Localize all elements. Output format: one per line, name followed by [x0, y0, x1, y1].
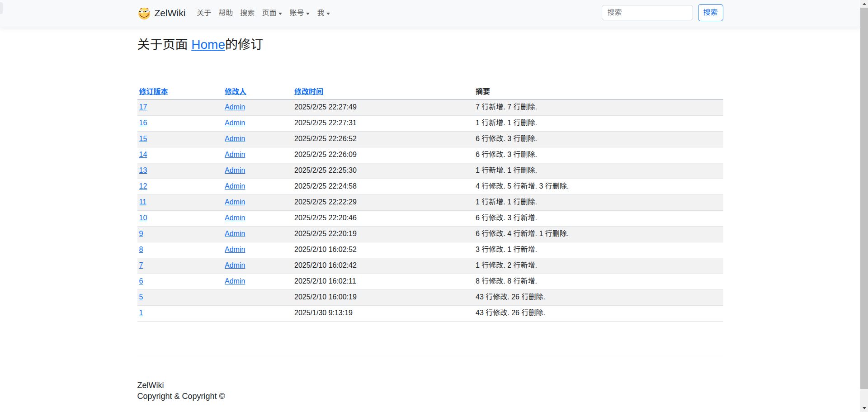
- table-head: 修订版本修改人修改时间摘要: [137, 84, 723, 99]
- revision-link[interactable]: 12: [139, 182, 147, 190]
- time-cell: 2025/2/25 22:20:19: [292, 227, 474, 242]
- time-cell: 2025/2/25 22:27:49: [292, 99, 474, 116]
- scrollbar-down-button[interactable]: [860, 404, 868, 412]
- revision-link[interactable]: 13: [139, 166, 147, 174]
- editor-cell: Admin: [223, 274, 292, 290]
- page: ZelWiki 关于帮助搜索页面账号我 搜索 关于页面 Home的修订 修订版本…: [0, 0, 860, 412]
- footer-divider: [137, 357, 723, 357]
- summary-cell: 6 行修改. 3 行删除.: [474, 147, 723, 163]
- revision-number-cell: 17: [137, 99, 223, 116]
- triangle-down-icon: [863, 407, 866, 409]
- column-header-sort-link[interactable]: 修改时间: [294, 88, 323, 95]
- summary-cell: 1 行新增. 1 行删除.: [474, 116, 723, 132]
- table-body: 17Admin2025/2/25 22:27:497 行新增. 7 行删除.16…: [137, 99, 723, 322]
- revision-link[interactable]: 10: [139, 214, 147, 222]
- time-cell: 2025/2/25 22:24:58: [292, 179, 474, 195]
- revision-link[interactable]: 14: [139, 151, 147, 158]
- footer-site-name: ZelWiki: [137, 380, 723, 391]
- huaji-emoji-logo-icon: [137, 6, 151, 20]
- scrollbar-thumb[interactable]: [860, 8, 868, 389]
- brand-link[interactable]: ZelWiki: [137, 6, 186, 20]
- revision-link[interactable]: 11: [139, 198, 147, 206]
- footer-copyright: Copyright & Copyright ©: [137, 391, 723, 402]
- footer: ZelWiki Copyright & Copyright ©: [0, 357, 860, 402]
- nav-item-1: 关于: [193, 8, 215, 19]
- column-header-1: 修订版本: [137, 84, 223, 99]
- editor-link[interactable]: Admin: [225, 277, 245, 285]
- revision-link[interactable]: 8: [139, 246, 143, 253]
- revision-row: 7Admin2025/2/10 16:02:421 行修改. 2 行新增.: [137, 258, 723, 274]
- nav-link-5[interactable]: 账号: [286, 8, 313, 19]
- editor-link[interactable]: Admin: [225, 151, 245, 158]
- time-cell: 2025/2/25 22:27:31: [292, 116, 474, 132]
- nav-item-4: 页面: [258, 8, 286, 19]
- nav-link-3[interactable]: 搜索: [236, 8, 258, 19]
- revision-link[interactable]: 17: [139, 103, 147, 111]
- editor-cell: Admin: [223, 179, 292, 195]
- editor-link[interactable]: Admin: [225, 135, 245, 142]
- column-header-sort-link[interactable]: 修订版本: [139, 88, 168, 95]
- left-edge-panel-tab[interactable]: [0, 2, 3, 14]
- column-header-2: 修改人: [223, 84, 292, 99]
- summary-cell: 1 行新增. 1 行删除.: [474, 195, 723, 211]
- search-input[interactable]: [602, 5, 693, 20]
- summary-cell: 8 行修改. 8 行新增.: [474, 274, 723, 290]
- editor-cell: Admin: [223, 227, 292, 242]
- editor-link[interactable]: Admin: [225, 166, 245, 174]
- revision-number-cell: 7: [137, 258, 223, 274]
- revision-row: 8Admin2025/2/10 16:02:523 行修改. 1 行新增.: [137, 242, 723, 258]
- revision-number-cell: 15: [137, 132, 223, 147]
- nav-link-2[interactable]: 帮助: [215, 8, 236, 19]
- time-cell: 2025/2/25 22:25:30: [292, 163, 474, 179]
- time-cell: 2025/2/10 16:02:52: [292, 242, 474, 258]
- revisions-table: 修订版本修改人修改时间摘要 17Admin2025/2/25 22:27:497…: [137, 84, 723, 322]
- revision-number-cell: 1: [137, 306, 223, 322]
- nav-link-4[interactable]: 页面: [258, 8, 286, 19]
- search-button[interactable]: 搜索: [698, 4, 723, 21]
- footer-text: ZelWiki Copyright & Copyright ©: [137, 380, 723, 402]
- page-title-prefix: 关于页面: [137, 38, 192, 52]
- revision-row: 12Admin2025/2/25 22:24:584 行修改. 5 行新增. 3…: [137, 179, 723, 195]
- revision-row: 15Admin2025/2/25 22:26:526 行修改. 3 行删除.: [137, 132, 723, 147]
- editor-cell: Admin: [223, 195, 292, 211]
- nav-link-6[interactable]: 我: [313, 8, 334, 19]
- editor-link[interactable]: Admin: [225, 182, 245, 190]
- revision-number-cell: 6: [137, 274, 223, 290]
- page-title-suffix: 的修订: [225, 38, 263, 52]
- revision-number-cell: 12: [137, 179, 223, 195]
- editor-link[interactable]: Admin: [225, 230, 245, 237]
- revision-link[interactable]: 16: [139, 119, 147, 127]
- revision-link[interactable]: 6: [139, 277, 143, 285]
- nav-link-1[interactable]: 关于: [193, 8, 215, 19]
- caret-down-icon: [326, 13, 330, 15]
- time-cell: 2025/2/25 22:26:52: [292, 132, 474, 147]
- page-title-home-link[interactable]: Home: [191, 38, 225, 52]
- time-cell: 2025/2/25 22:22:29: [292, 195, 474, 211]
- editor-link[interactable]: Admin: [225, 246, 245, 253]
- page-title: 关于页面 Home的修订: [137, 37, 723, 52]
- time-cell: 2025/1/30 9:13:19: [292, 306, 474, 322]
- main-content: 关于页面 Home的修订 修订版本修改人修改时间摘要 17Admin2025/2…: [137, 37, 723, 322]
- scrollbar-up-button[interactable]: [860, 0, 868, 8]
- editor-cell: Admin: [223, 147, 292, 163]
- column-header-4: 摘要: [474, 84, 723, 99]
- revision-link[interactable]: 15: [139, 135, 147, 142]
- caret-down-icon: [306, 13, 310, 15]
- navbar-container: ZelWiki 关于帮助搜索页面账号我 搜索: [137, 0, 723, 27]
- revision-link[interactable]: 9: [139, 230, 143, 237]
- revision-number-cell: 14: [137, 147, 223, 163]
- revision-link[interactable]: 1: [139, 309, 143, 317]
- revision-link[interactable]: 7: [139, 261, 143, 269]
- editor-link[interactable]: Admin: [225, 214, 245, 222]
- column-header-sort-link[interactable]: 修改人: [225, 88, 246, 95]
- editor-link[interactable]: Admin: [225, 261, 245, 269]
- revision-row: 11Admin2025/2/25 22:22:291 行新增. 1 行删除.: [137, 195, 723, 211]
- editor-link[interactable]: Admin: [225, 198, 245, 206]
- revision-row: 52025/2/10 16:00:1943 行修改. 26 行删除.: [137, 290, 723, 306]
- editor-cell: Admin: [223, 258, 292, 274]
- editor-link[interactable]: Admin: [225, 119, 245, 127]
- time-cell: 2025/2/25 22:26:09: [292, 147, 474, 163]
- editor-cell: [223, 306, 292, 322]
- revision-link[interactable]: 5: [139, 293, 143, 301]
- editor-link[interactable]: Admin: [225, 103, 245, 111]
